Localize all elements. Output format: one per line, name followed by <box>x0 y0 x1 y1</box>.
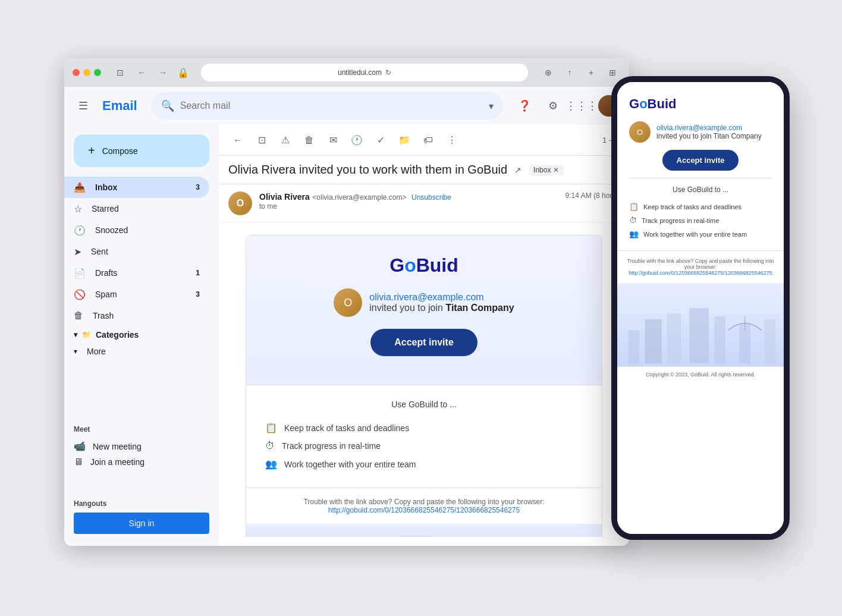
categories-section[interactable]: ▾ 📁 Categories <box>64 326 219 343</box>
new-meeting-label: New meeting <box>93 442 142 451</box>
invite-message: invited you to join <box>369 303 443 313</box>
phone-trouble: Trouble with the link above? Copy and pa… <box>617 250 784 283</box>
phone-inviter-email: olivia.rivera@example.com <box>656 124 742 132</box>
move-btn[interactable]: 📁 <box>395 131 414 150</box>
drafts-icon: 📄 <box>74 268 86 279</box>
svg-rect-16 <box>689 308 709 363</box>
drafts-badge: 1 <box>196 269 200 277</box>
security-icon: 🔒 <box>177 67 189 78</box>
compose-button[interactable]: + Compose <box>74 134 209 167</box>
svg-rect-6 <box>400 536 430 537</box>
compose-label: Compose <box>102 146 138 156</box>
sent-icon: ➤ <box>74 246 81 257</box>
phone-tasks-icon: 📋 <box>629 202 639 211</box>
settings-btn[interactable]: ⚙ <box>541 94 565 118</box>
archive-btn[interactable]: ⊡ <box>252 131 271 150</box>
sidebar-item-drafts[interactable]: 📄 Drafts 1 <box>64 262 209 284</box>
sidebar-item-snoozed[interactable]: 🕐 Snoozed <box>64 219 209 241</box>
sidebar-item-spam[interactable]: 🚫 Spam 3 <box>64 284 209 305</box>
trouble-section: Trouble with the link above? Copy and pa… <box>246 488 602 524</box>
sidebar-item-starred[interactable]: ☆ Starred <box>64 198 209 219</box>
sidebar-more[interactable]: ▾ More <box>64 343 219 360</box>
search-icon: 🔍 <box>161 99 174 112</box>
join-meeting-btn[interactable]: 🖥 Join a meeting <box>74 454 209 470</box>
inbox-tag: Inbox ✕ <box>529 165 564 175</box>
back-btn[interactable]: ← <box>133 64 150 81</box>
sidebar-item-inbox[interactable]: 📥 Inbox 3 <box>64 177 209 198</box>
svg-rect-17 <box>714 316 725 363</box>
hangouts-signin-btn[interactable]: Sign in <box>74 513 209 534</box>
sidebar-item-sent[interactable]: ➤ Sent <box>64 241 209 262</box>
email-content: ← ⊡ ⚠ 🗑 ✉ 🕐 ✓ 📁 🏷 ⋮ 1 – 5 Olivia Rivera … <box>219 125 629 546</box>
new-meeting-btn[interactable]: 📹 New meeting <box>74 438 209 454</box>
search-dropdown-icon[interactable]: ▾ <box>489 100 494 112</box>
snooze-btn[interactable]: 🕐 <box>347 131 366 150</box>
phone-divider <box>629 178 772 178</box>
svg-rect-19 <box>739 325 750 363</box>
label-btn[interactable]: 🏷 <box>419 131 438 150</box>
phone-features-title: Use GoBuild to ... <box>629 186 772 194</box>
spam-label: Spam <box>95 290 117 299</box>
hangouts-title: Hangouts <box>74 499 209 508</box>
categories-folder-icon: 📁 <box>82 331 91 339</box>
phone-feature-3: 👥 Work together with your entire team <box>629 227 772 241</box>
add-tab-icon[interactable]: + <box>583 64 599 81</box>
spam-badge: 3 <box>196 290 200 298</box>
search-bar[interactable]: 🔍 ▾ <box>152 92 503 120</box>
phone-screen: GoBuid O olivia.rivera@example.com invit… <box>617 82 784 534</box>
phone-team-icon: 👥 <box>629 230 639 238</box>
apps-btn[interactable]: ⋮⋮⋮ <box>570 94 593 118</box>
trouble-link[interactable]: http://gobuid.com/0/1203666825546275/120… <box>328 506 520 514</box>
phone-feature-label-1: Keep track of tasks and deadlines <box>643 203 742 210</box>
sent-label: Sent <box>91 247 108 256</box>
feature-item-3: 👥 Work together with your entire team <box>265 455 583 473</box>
header-right: ❓ ⚙ ⋮⋮⋮ <box>513 94 620 118</box>
address-bar[interactable]: untitledui.com ↻ <box>201 64 528 81</box>
search-input[interactable] <box>180 100 483 111</box>
extensions-icon[interactable]: ⊞ <box>604 64 621 81</box>
share-icon[interactable]: ↑ <box>561 64 578 81</box>
phone-invite-message: invited you to join Titan Company <box>656 132 762 140</box>
features-title: Use GoBuild to ... <box>265 400 583 409</box>
sender-email: <olivia.rivera@example.com> <box>312 193 406 202</box>
hamburger-menu[interactable]: ☰ <box>74 95 93 117</box>
sender-name: Olivia Rivera <box>259 192 310 202</box>
email-body: GoBuid O olivia.rivera@example.com invit… <box>219 223 629 537</box>
report-btn[interactable]: ⚠ <box>276 131 295 150</box>
phone-gobuild-header: GoBuid O olivia.rivera@example.com invit… <box>617 82 784 250</box>
gmail-logo: Email <box>102 98 137 114</box>
forward-btn[interactable]: → <box>155 64 171 81</box>
sender-avatar: O <box>228 191 252 215</box>
traffic-light-red[interactable] <box>73 69 80 76</box>
phone-content-scroll[interactable]: GoBuid O olivia.rivera@example.com invit… <box>617 82 784 534</box>
tab-view-icon[interactable]: ⊡ <box>112 64 128 81</box>
unsubscribe-link[interactable]: Unsubscribe <box>411 193 451 202</box>
refresh-icon[interactable]: ↻ <box>385 68 391 77</box>
delete-btn[interactable]: 🗑 <box>300 131 319 150</box>
traffic-lights <box>73 69 101 76</box>
sidebar-item-trash[interactable]: 🗑 Trash <box>64 305 209 326</box>
email-to: to me <box>259 202 558 210</box>
phone-accept-btn[interactable]: Accept invite <box>662 150 739 171</box>
inbox-tag-close-icon[interactable]: ✕ <box>553 166 559 174</box>
phone-trouble-link[interactable]: http://gobuid.com/0/1203666825546275/120… <box>629 270 772 276</box>
traffic-light-green[interactable] <box>94 69 101 76</box>
more-actions-btn[interactable]: ⋮ <box>442 131 461 150</box>
starred-label: Starred <box>92 204 119 213</box>
company-name: Titan Company <box>445 303 514 313</box>
mark-unread-btn[interactable]: ✉ <box>323 131 343 150</box>
traffic-light-yellow[interactable] <box>83 69 90 76</box>
svg-rect-20 <box>764 319 775 364</box>
compose-plus-icon: + <box>88 144 95 158</box>
browser-window: ⊡ ← → 🔒 untitledui.com ↻ ⊕ ↑ + ⊞ ☰ Email… <box>64 58 629 546</box>
gobuild-logo: GoBuid <box>265 254 583 276</box>
accept-invite-btn[interactable]: Accept invite <box>370 329 477 356</box>
mobile-phone: GoBuid O olivia.rivera@example.com invit… <box>611 76 790 540</box>
back-btn[interactable]: ← <box>228 131 247 150</box>
invite-text: olivia.rivera@example.com invited you to… <box>369 292 514 313</box>
done-btn[interactable]: ✓ <box>371 131 390 150</box>
phone-city-svg <box>617 283 784 366</box>
help-btn[interactable]: ❓ <box>513 94 536 118</box>
help-icon[interactable]: ⊕ <box>540 64 557 81</box>
phone-city-image <box>617 283 784 366</box>
